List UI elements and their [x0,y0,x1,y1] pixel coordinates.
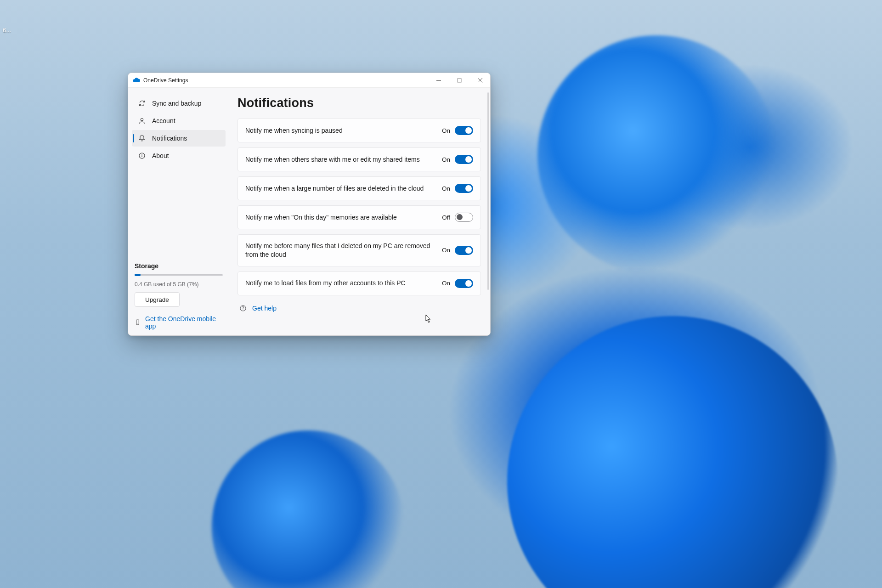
setting-row: Notify me to load files from my other ac… [237,271,481,295]
setting-label: Notify me when "On this day" memories ar… [245,213,434,222]
toggle-state-text: On [440,156,450,163]
toggle-switch[interactable] [455,213,473,222]
setting-label: Notify me when others share with me or e… [245,155,434,164]
toggle-state-text: On [440,247,450,254]
setting-label: Notify me when a large number of files a… [245,184,434,193]
onedrive-settings-window: OneDrive Settings Sync and backup [128,73,491,336]
toggle-state-text: On [440,185,450,192]
setting-label: Notify me when syncing is paused [245,126,434,135]
setting-label: Notify me before many files that I delet… [245,242,434,259]
sidebar: Sync and backup Account Notifications [128,88,229,335]
storage-title: Storage [135,262,223,270]
scrollbar[interactable] [487,92,489,290]
toggle-switch[interactable] [455,126,473,135]
window-close-button[interactable] [469,73,490,87]
main-content: Notifications Notify me when syncing is … [229,88,490,335]
help-icon [239,305,247,312]
upgrade-button[interactable]: Upgrade [135,292,180,307]
desktop-shortcut-label[interactable]: 6... [3,27,11,34]
setting-row: Notify me when syncing is pausedOn [237,119,481,142]
toggle-state-text: On [440,127,450,134]
sidebar-nav: Sync and backup Account Notifications [132,93,226,164]
storage-section: Storage 0.4 GB used of 5 GB (7%) Upgrade [132,262,226,307]
toggle-switch[interactable] [455,155,473,164]
toggle-state-text: On [440,280,450,287]
window-title: OneDrive Settings [143,77,188,84]
svg-point-7 [141,154,142,154]
toggle-switch[interactable] [455,279,473,288]
storage-usage-text: 0.4 GB used of 5 GB (7%) [135,281,223,288]
phone-icon [135,319,141,326]
toggle-switch[interactable] [455,184,473,193]
sidebar-item-label: Account [152,117,175,124]
get-help-link[interactable]: Get help [237,305,481,312]
sidebar-item-label: Notifications [152,135,187,142]
setting-row: Notify me when "On this day" memories ar… [237,205,481,229]
titlebar[interactable]: OneDrive Settings [128,73,490,88]
storage-progress [135,274,223,276]
setting-label: Notify me to load files from my other ac… [245,279,434,288]
onedrive-cloud-icon [133,77,140,84]
bell-icon [138,135,146,142]
person-icon [138,117,146,124]
sidebar-item-label: Sync and backup [152,100,201,107]
settings-list: Notify me when syncing is pausedOnNotify… [237,119,481,295]
sidebar-item-label: About [152,152,169,159]
setting-row: Notify me when others share with me or e… [237,147,481,171]
setting-row: Notify me before many files that I delet… [237,234,481,266]
setting-row: Notify me when a large number of files a… [237,176,481,200]
sidebar-item-sync[interactable]: Sync and backup [132,95,226,112]
svg-rect-1 [458,79,461,82]
toggle-state-text: Off [440,214,450,221]
page-title: Notifications [237,96,481,110]
sidebar-item-notifications[interactable]: Notifications [132,130,226,147]
svg-point-4 [141,119,143,121]
toggle-switch[interactable] [455,246,473,255]
sidebar-item-about[interactable]: About [132,147,226,164]
get-mobile-app-link[interactable]: Get the OneDrive mobile app [132,315,226,330]
sidebar-item-account[interactable]: Account [132,113,226,129]
window-minimize-button[interactable] [428,73,449,87]
svg-point-11 [243,309,243,310]
help-link-label: Get help [252,305,277,312]
mouse-cursor [425,314,432,323]
info-icon [138,152,146,159]
mobile-link-label: Get the OneDrive mobile app [145,315,223,330]
window-maximize-button[interactable] [449,73,469,87]
sync-icon [138,100,146,107]
